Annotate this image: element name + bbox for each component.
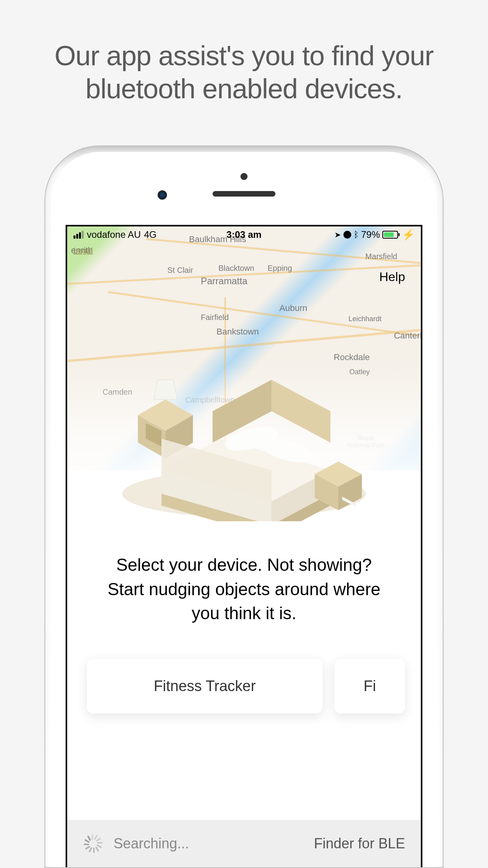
battery-icon bbox=[382, 231, 400, 239]
device-card[interactable]: Fitness Tracker bbox=[87, 659, 323, 714]
help-button[interactable]: Help bbox=[379, 270, 405, 284]
map-city-label: Marsfield bbox=[365, 252, 397, 261]
map-city-label: Epping bbox=[268, 264, 292, 273]
map-city-label: Parramatta bbox=[201, 276, 248, 287]
app-name-label: Finder for BLE bbox=[314, 835, 405, 852]
battery-percent: 79% bbox=[361, 229, 380, 240]
network-label: 4G bbox=[144, 229, 156, 240]
bedroom-illustration bbox=[106, 344, 382, 521]
map-city-label: Blacktown bbox=[218, 264, 254, 273]
phone-earpiece bbox=[213, 191, 275, 197]
phone-inner-frame: enrith Baulkham Hills St Clair Blacktown… bbox=[51, 152, 437, 867]
map-city-label: Auburn bbox=[279, 303, 307, 313]
map-city-label: Bankstown bbox=[216, 327, 259, 337]
map-city-label: Leichhardt bbox=[349, 315, 382, 323]
searching-label: Searching... bbox=[114, 835, 189, 852]
phone-screen: enrith Baulkham Hills St Clair Blacktown… bbox=[66, 225, 422, 867]
promo-headline: Our app assist's you to find your blueto… bbox=[0, 0, 488, 105]
carrier-label: vodafone AU bbox=[87, 229, 141, 240]
clock: 3:03 am bbox=[226, 229, 261, 240]
bluetooth-icon: ᛒ bbox=[354, 230, 359, 240]
phone-mockup: enrith Baulkham Hills St Clair Blacktown… bbox=[44, 145, 444, 868]
signal-icon bbox=[73, 231, 84, 239]
status-bar: vodafone AU 4G 3:03 am ➤ ᛒ 79% ⚡ bbox=[67, 226, 421, 243]
phone-camera bbox=[158, 190, 167, 200]
phone-body: enrith Baulkham Hills St Clair Blacktown… bbox=[44, 145, 444, 868]
bottom-bar: Searching... Finder for BLE bbox=[67, 820, 421, 867]
spinner-icon bbox=[83, 834, 102, 853]
device-card[interactable]: Fi bbox=[334, 659, 405, 714]
charging-icon: ⚡ bbox=[402, 229, 415, 241]
searching-status: Searching... bbox=[83, 834, 189, 853]
map-city-label: Fairfield bbox=[201, 313, 229, 322]
instruction-text: Select your device. Not showing? Start n… bbox=[99, 553, 389, 625]
map-city-label: St Clair bbox=[167, 266, 193, 275]
location-icon: ➤ bbox=[334, 230, 341, 239]
device-list: Fitness Tracker Fi bbox=[87, 659, 421, 714]
svg-marker-5 bbox=[154, 380, 177, 399]
alarm-icon bbox=[343, 231, 351, 239]
legal-link[interactable]: Legal bbox=[73, 246, 93, 255]
map-city-label: Canterb bbox=[394, 331, 421, 341]
svg-marker-6 bbox=[272, 380, 330, 443]
status-left: vodafone AU 4G bbox=[73, 229, 156, 240]
status-right: ➤ ᛒ 79% ⚡ bbox=[334, 229, 415, 241]
phone-sensor bbox=[240, 173, 248, 180]
